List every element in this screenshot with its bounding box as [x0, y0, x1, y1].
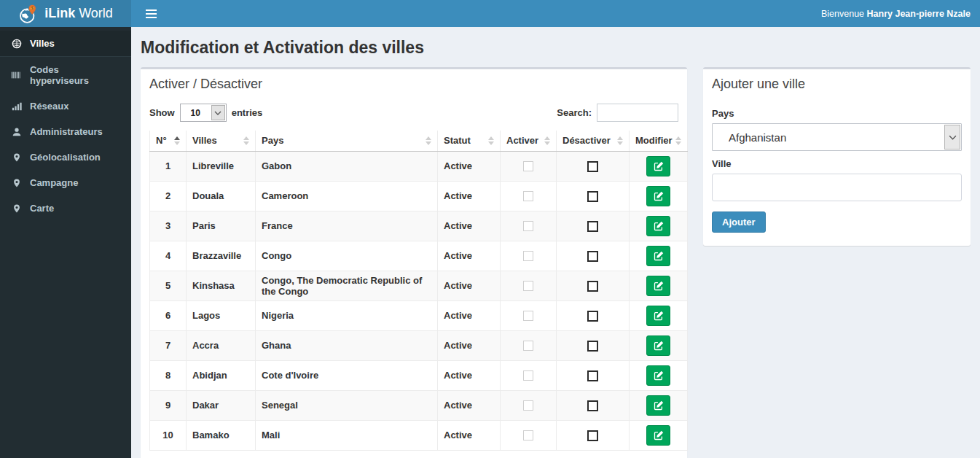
sidebar-item-geolocalisation[interactable]: Géolocalisation — [0, 144, 131, 170]
sidebar-item-reseaux[interactable]: Réseaux — [0, 93, 131, 119]
cell-statut: Active — [438, 241, 501, 271]
sort-icon — [426, 136, 431, 145]
modifier-button[interactable] — [646, 246, 670, 266]
activer-checkbox — [523, 400, 533, 411]
table-row: 2DoualaCameroonActive — [150, 181, 688, 211]
column-header-d-sactiver[interactable]: Désactiver — [557, 131, 630, 151]
activer-checkbox — [523, 341, 533, 351]
cell-statut: Active — [438, 390, 501, 420]
ville-input[interactable] — [712, 174, 962, 201]
modifier-button[interactable] — [646, 425, 670, 446]
add-city-panel: Ajouter une ville Pays Afghanistan Ville… — [703, 67, 971, 246]
map-marker-icon — [11, 152, 22, 163]
sort-icon — [488, 136, 494, 145]
edit-icon — [654, 191, 664, 201]
column-header-n-[interactable]: N° — [150, 131, 187, 151]
cell-pays: Ghana — [256, 330, 438, 360]
cell-pays: France — [256, 211, 438, 241]
column-header-modifier[interactable]: Modifier — [630, 131, 688, 151]
desactiver-checkbox[interactable] — [587, 311, 598, 322]
desactiver-checkbox[interactable] — [587, 251, 598, 262]
sort-icon — [174, 136, 180, 145]
page-length-select[interactable]: 10 — [180, 104, 227, 122]
app-logo[interactable]: $ iLink World — [0, 0, 131, 27]
sidebar-item-administrateurs[interactable]: Administrateurs — [0, 119, 131, 144]
sidebar-item-label: Codes hyperviseurs — [30, 64, 120, 86]
search-label: Search: — [557, 107, 592, 118]
modifier-button[interactable] — [646, 156, 670, 176]
cell-ville: Bamako — [187, 420, 256, 450]
map-marker-icon — [11, 178, 22, 188]
welcome-text: Bienvenue Hanry Jean-pierre Nzale — [821, 9, 971, 19]
modifier-button[interactable] — [646, 395, 670, 416]
edit-icon — [654, 370, 664, 381]
modifier-button[interactable] — [646, 276, 670, 296]
cell-ville: Dakar — [187, 390, 256, 420]
pays-select[interactable]: Afghanistan — [712, 123, 962, 151]
sort-icon — [675, 136, 681, 145]
desactiver-checkbox[interactable] — [587, 400, 598, 411]
sidebar-item-codes-hyperviseurs[interactable]: Codes hyperviseurs — [0, 57, 131, 93]
cell-statut: Active — [438, 211, 501, 241]
activer-checkbox — [523, 311, 533, 321]
modifier-button[interactable] — [646, 335, 670, 356]
activer-checkbox — [523, 281, 533, 291]
desactiver-checkbox[interactable] — [587, 191, 598, 202]
modifier-button[interactable] — [646, 365, 670, 386]
cell-ville: Paris — [187, 211, 256, 241]
column-header-pays[interactable]: Pays — [256, 131, 438, 151]
sidebar-item-carte[interactable]: Carte — [0, 195, 131, 221]
cell-pays: Nigeria — [256, 300, 438, 330]
brand-title: iLink World — [44, 6, 113, 21]
sidebar-item-label: Carte — [30, 203, 54, 214]
desactiver-checkbox[interactable] — [587, 161, 598, 172]
globe-pin-logo-icon: $ — [18, 4, 39, 24]
sidebar-item-campagne[interactable]: Campagne — [0, 170, 131, 195]
cell-pays: Gabon — [256, 151, 438, 181]
cell-pays: Cameroon — [256, 181, 438, 211]
search-input[interactable] — [597, 104, 678, 122]
cell-num: 4 — [150, 241, 187, 271]
sidebar-item-label: Campagne — [30, 177, 78, 188]
entries-label: entries — [232, 107, 263, 118]
cell-statut: Active — [438, 420, 501, 450]
cell-num: 3 — [150, 211, 187, 241]
table-row: 9DakarSenegalActive — [150, 390, 688, 420]
svg-text:$: $ — [31, 7, 34, 10]
table-row: 5KinshasaCongo, The Democratic Republic … — [150, 271, 688, 300]
cities-table: N°VillesPaysStatutActiverDésactiverModif… — [149, 131, 688, 451]
table-row: 1LibrevilleGabonActive — [150, 151, 688, 181]
form-panel-title: Ajouter une ville — [703, 69, 971, 99]
sidebar-toggle-hamburger-icon[interactable] — [143, 7, 160, 21]
column-header-villes[interactable]: Villes — [187, 131, 256, 151]
desactiver-checkbox[interactable] — [587, 221, 598, 232]
chevron-down-icon — [211, 105, 225, 120]
desactiver-checkbox[interactable] — [587, 281, 598, 292]
activer-checkbox — [523, 161, 533, 171]
modifier-button[interactable] — [646, 306, 670, 326]
table-row: 10BamakoMaliActive — [150, 420, 688, 450]
main-content: Modification et Activation des villes Ac… — [131, 27, 980, 458]
desactiver-checkbox[interactable] — [587, 370, 598, 381]
table-row: 3ParisFranceActive — [150, 211, 688, 241]
modifier-button[interactable] — [646, 186, 670, 206]
sidebar-item-villes[interactable]: Villes — [0, 31, 131, 57]
desactiver-checkbox[interactable] — [587, 341, 598, 352]
cell-ville: Kinshasa — [187, 271, 256, 300]
cell-pays: Congo, The Democratic Republic of the Co… — [256, 271, 438, 300]
table-panel-title: Activer / Désactiver — [141, 69, 687, 99]
ajouter-button[interactable]: Ajouter — [712, 211, 766, 233]
cell-num: 6 — [150, 300, 187, 330]
sidebar-item-label: Administrateurs — [30, 126, 103, 137]
cell-pays: Mali — [256, 420, 438, 450]
cell-num: 5 — [150, 271, 187, 300]
desactiver-checkbox[interactable] — [587, 430, 598, 441]
cell-ville: Brazzaville — [187, 241, 256, 271]
edit-icon — [654, 311, 664, 321]
column-header-activer[interactable]: Activer — [501, 131, 557, 151]
sort-icon — [544, 136, 550, 145]
column-header-statut[interactable]: Statut — [438, 131, 501, 151]
modifier-button[interactable] — [646, 216, 670, 236]
top-navbar: $ iLink World Bienvenue Hanry Jean-pierr… — [0, 0, 980, 27]
sort-icon — [243, 136, 249, 145]
